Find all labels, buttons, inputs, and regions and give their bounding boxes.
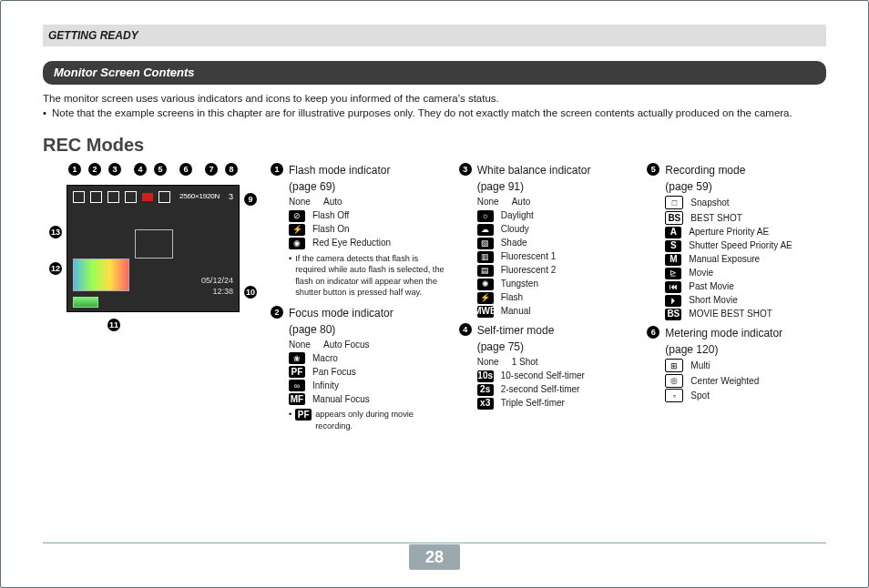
legend-label: Short Movie xyxy=(689,294,737,307)
legend-icon: ⚡ xyxy=(289,224,305,236)
legend-key: None xyxy=(477,196,505,208)
legend-row: MManual Exposure xyxy=(665,253,823,266)
flash-icon xyxy=(73,191,85,203)
section-5-page: (page 59) xyxy=(665,179,823,194)
section-5-legend: □SnapshotBSBEST SHOTAAperture Priority A… xyxy=(665,196,823,320)
section-2-note: PF appears only during movie recording. xyxy=(289,409,446,431)
legend-label: Aperture Priority AE xyxy=(689,226,769,238)
callout-4: 4 xyxy=(134,163,147,176)
monitor-screen-mockup: 2560×1920N 3 05/12/24 12:38 9 10 11 12 1… xyxy=(66,185,240,312)
section-1-note: If the camera detects that flash is requ… xyxy=(289,253,446,299)
pf-icon: PF xyxy=(295,409,312,421)
legend-icon: PF xyxy=(289,366,305,378)
legend-key: None xyxy=(289,339,316,351)
legend-label: Triple Self-timer xyxy=(501,397,565,410)
battery-icon xyxy=(73,297,98,308)
timer-icon xyxy=(125,191,137,203)
legend-label: Snapshot xyxy=(690,197,729,209)
callout-3: 3 xyxy=(108,163,121,176)
legend-row: ⊘Flash Off xyxy=(289,209,446,222)
section-6-title: 6 Metering mode indicator xyxy=(647,326,823,340)
legend-icon: ∞ xyxy=(289,380,305,391)
legend-row: ◎Center Weighted xyxy=(665,374,823,388)
callout-13: 13 xyxy=(49,226,62,238)
shots-left: 3 xyxy=(229,191,233,202)
section-6-page: (page 120) xyxy=(665,342,823,357)
legend-row: MWBManual xyxy=(477,305,635,318)
legend-row: ▤Fluorescent 2 xyxy=(477,264,635,277)
legend-label: Daylight xyxy=(501,209,534,222)
screen-datetime: 05/12/24 12:38 xyxy=(201,275,233,297)
screen-top-row: 2560×1920N 3 xyxy=(73,191,233,203)
legend-row: ▧Shade xyxy=(477,237,635,249)
legend-label: Shutter Speed Priority AE xyxy=(689,239,792,252)
section-2-title: 2 Focus mode indicator xyxy=(271,306,446,320)
legend-key: None xyxy=(289,196,316,208)
section-4-title: 4 Self-timer mode xyxy=(459,323,635,338)
legend-label: Center Weighted xyxy=(690,375,759,388)
section-1-title: 1 Flash mode indicator xyxy=(271,163,446,177)
section-1-legend: NoneAuto⊘Flash Off⚡Flash On◉Red Eye Redu… xyxy=(289,196,446,249)
legend-row: NoneAuto Focus xyxy=(289,339,446,351)
legend-row: 10s10-second Self-timer xyxy=(477,370,635,382)
section-5-title: 5 Recording mode xyxy=(647,163,823,177)
legend-icon: ⊞ xyxy=(665,359,683,372)
legend-row: None1 Shot xyxy=(477,356,635,369)
legend-label: Manual Focus xyxy=(312,393,370,406)
section-header: GETTING READY xyxy=(43,25,826,46)
legend-row: ⊞Multi xyxy=(665,359,823,372)
section-6-legend: ⊞Multi◎Center Weighted▫Spot xyxy=(665,359,823,402)
legend-icon: 10s xyxy=(477,370,494,382)
legend-row: x3Triple Self-timer xyxy=(477,397,635,410)
legend-row: NoneAuto xyxy=(477,196,635,208)
wb-icon xyxy=(107,191,119,203)
legend-label: 2-second Self-timer xyxy=(501,383,580,396)
legend-label: 10-second Self-timer xyxy=(501,370,585,382)
legend-row: PFPan Focus xyxy=(289,366,446,379)
legend-icon: x3 xyxy=(477,398,494,410)
intro-line-1: The monitor screen uses various indicato… xyxy=(43,92,826,106)
callout-2: 2 xyxy=(88,163,101,176)
legend-row: □Snapshot xyxy=(665,196,823,209)
callout-8: 8 xyxy=(225,163,238,176)
callout-7: 7 xyxy=(205,163,218,176)
legend-label: Auto Focus xyxy=(323,339,370,351)
legend-row: BSBEST SHOT xyxy=(665,211,823,225)
legend-row: ◉Red Eye Reduction xyxy=(289,237,446,249)
legend-row: ⚡Flash xyxy=(477,291,635,304)
legend-icon: M xyxy=(665,254,681,266)
screen-time: 12:38 xyxy=(201,286,233,297)
legend-row: ▫Spot xyxy=(665,389,823,402)
chapter-title: Monitor Screen Contents xyxy=(54,65,195,81)
legend-icon: ⊵ xyxy=(665,268,681,279)
legend-icon: MWB xyxy=(477,306,494,318)
intro-text: The monitor screen uses various indicato… xyxy=(43,92,826,120)
legend-row: NoneAuto xyxy=(289,196,446,208)
histogram-icon xyxy=(73,259,129,291)
legend-key: None xyxy=(477,356,505,369)
legend-label: Movie xyxy=(689,267,713,279)
legend-icon: BS xyxy=(665,211,683,225)
legend-icon: ◎ xyxy=(665,374,683,388)
legend-row: ⊵Movie xyxy=(665,267,823,279)
legend-row: AAperture Priority AE xyxy=(665,226,823,238)
legend-label: Tungsten xyxy=(501,278,538,290)
callout-10: 10 xyxy=(244,286,257,299)
section-3-title: 3 White balance indicator xyxy=(459,163,635,177)
callout-1: 1 xyxy=(68,163,81,176)
legend-label: Auto xyxy=(512,196,531,208)
legend-icon: ✺ xyxy=(477,279,494,290)
page-footer: 28 xyxy=(43,542,826,571)
legend-col-2: 3 White balance indicator (page 91) None… xyxy=(455,161,639,439)
callout-11: 11 xyxy=(107,319,120,331)
section-1-page: (page 69) xyxy=(289,179,446,194)
legend-row: ⏵Short Movie xyxy=(665,294,823,307)
focus-frame xyxy=(135,229,173,259)
legend-label: Infinity xyxy=(312,380,339,392)
callout-6: 6 xyxy=(179,163,192,176)
legend-label: Fluorescent 1 xyxy=(501,250,557,263)
legend-icon: ▤ xyxy=(477,265,494,277)
legend-label: 1 Shot xyxy=(512,356,538,369)
legend-label: BEST SHOT xyxy=(690,212,742,225)
legend-row: ▥Fluorescent 1 xyxy=(477,250,635,263)
